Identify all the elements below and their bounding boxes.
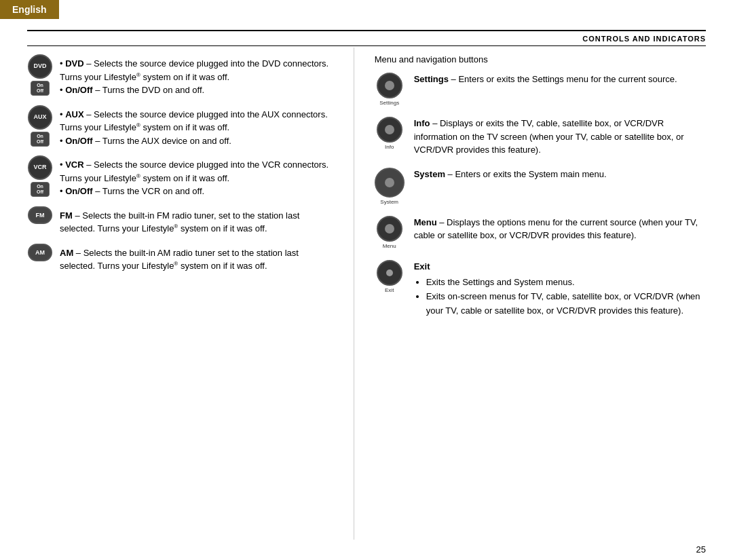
menu-label: Menu: [414, 217, 437, 227]
dvd-button[interactable]: DVD: [28, 54, 52, 79]
exit-bullet-2: Exits on-screen menus for TV, cable, sat…: [426, 290, 706, 318]
list-item: System System – Enters or exits the Syst…: [375, 168, 706, 205]
info-description: Info – Displays or exits the TV, cable, …: [414, 117, 706, 157]
system-button[interactable]: [375, 168, 405, 198]
am-button-group: AM: [27, 244, 53, 261]
system-label: System: [414, 169, 445, 179]
exit-icon-label: Exit: [385, 287, 394, 293]
exit-title: Exit: [414, 260, 706, 274]
list-item: VCR OnOff • VCR – Selects the source dev…: [27, 155, 333, 198]
aux-button[interactable]: AUX: [28, 105, 52, 130]
header-bar: Controls and Indicators: [27, 30, 706, 46]
vcr-onoff-label: On/Off: [65, 186, 92, 196]
list-item: AM AM – Selects the built-in AM radio tu…: [27, 244, 333, 273]
settings-label: Settings: [414, 74, 449, 84]
dvd-onoff-button[interactable]: OnOff: [31, 81, 50, 96]
exit-icon-group: Exit: [375, 260, 405, 293]
list-item: FM FM – Selects the built-in FM radio tu…: [27, 206, 333, 236]
list-item: DVD OnOff • DVD – Selects the source dev…: [27, 54, 333, 97]
menu-description: Menu – Displays the options menu for the…: [414, 216, 706, 242]
exit-bullet-1: Exits the Settings and System menus.: [426, 276, 706, 290]
menu-inner-icon: [385, 224, 394, 234]
fm-button[interactable]: FM: [28, 206, 52, 224]
english-tab: English: [0, 0, 59, 19]
fm-description: FM – Selects the built-in FM radio tuner…: [60, 206, 333, 236]
menu-icon-group: Menu: [375, 216, 405, 249]
vcr-button-group: VCR OnOff: [27, 155, 53, 197]
system-description: System – Enters or exits the System main…: [414, 168, 706, 181]
aux-button-group: AUX OnOff: [27, 105, 53, 147]
info-icon-label: Info: [385, 144, 394, 150]
menu-icon-label: Menu: [383, 243, 396, 249]
vcr-label: VCR: [65, 160, 83, 170]
dvd-description: • DVD – Selects the source device plugge…: [60, 54, 333, 97]
info-inner-icon: [385, 125, 394, 134]
info-label: Info: [414, 118, 430, 128]
left-column: DVD OnOff • DVD – Selects the source dev…: [27, 48, 333, 540]
dvd-onoff-label: On/Off: [65, 85, 92, 95]
list-item: Exit Exit Exits the Settings and System …: [375, 260, 706, 318]
info-button[interactable]: [377, 117, 402, 143]
list-item: Settings Settings – Enters or exits the …: [375, 73, 706, 106]
am-button[interactable]: AM: [28, 244, 52, 261]
header-title: Controls and Indicators: [582, 35, 706, 43]
list-item: Menu Menu – Displays the options menu fo…: [375, 216, 706, 249]
fm-label: FM: [60, 210, 73, 221]
list-item: AUX OnOff • AUX – Selects the source dev…: [27, 105, 333, 148]
system-icon-label: System: [380, 199, 398, 205]
right-column: Menu and navigation buttons Settings Set…: [375, 48, 706, 540]
settings-icon-label: Settings: [379, 100, 399, 106]
am-label: AM: [60, 248, 73, 258]
vcr-description: • VCR – Selects the source device plugge…: [60, 155, 333, 198]
vcr-onoff-button[interactable]: OnOff: [31, 182, 50, 197]
system-icon-group: System: [375, 168, 405, 205]
column-divider: [354, 48, 354, 540]
main-content: DVD OnOff • DVD – Selects the source dev…: [27, 48, 706, 540]
system-inner-icon: [385, 178, 394, 187]
vcr-button[interactable]: VCR: [28, 155, 52, 180]
nav-heading: Menu and navigation buttons: [375, 54, 706, 64]
exit-inner-icon: [386, 269, 393, 276]
aux-onoff-button[interactable]: OnOff: [31, 132, 50, 147]
dvd-label: DVD: [65, 58, 83, 69]
aux-description: • AUX – Selects the source device plugge…: [60, 105, 333, 148]
aux-onoff-label: On/Off: [65, 136, 92, 146]
settings-button[interactable]: [377, 73, 402, 98]
aux-label: AUX: [65, 109, 83, 119]
exit-list: Exits the Settings and System menus. Exi…: [414, 276, 706, 318]
dvd-button-group: DVD OnOff: [27, 54, 53, 96]
menu-button[interactable]: [377, 216, 402, 242]
settings-description: Settings – Enters or exits the Settings …: [414, 73, 706, 86]
fm-button-group: FM: [27, 206, 53, 224]
exit-description: Exit Exits the Settings and System menus…: [414, 260, 706, 318]
info-icon-group: Info: [375, 117, 405, 150]
list-item: Info Info – Displays or exits the TV, ca…: [375, 117, 706, 157]
settings-inner-icon: [385, 81, 394, 90]
exit-button[interactable]: [377, 260, 402, 286]
page-number: 25: [696, 544, 706, 555]
am-description: AM – Selects the built-in AM radio tuner…: [60, 244, 333, 273]
settings-icon-group: Settings: [375, 73, 405, 106]
